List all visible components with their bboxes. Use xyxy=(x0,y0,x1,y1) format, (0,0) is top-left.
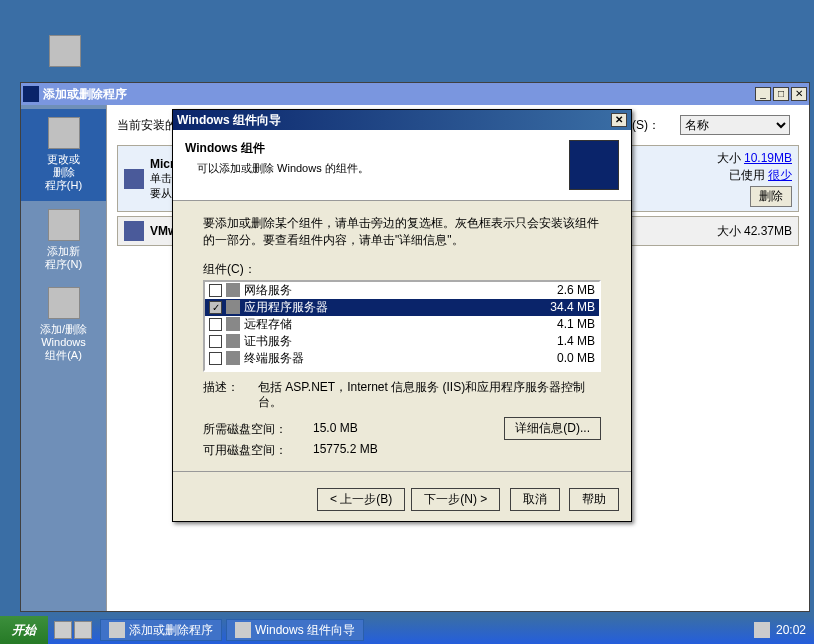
desktop-icon-help[interactable] xyxy=(40,35,90,71)
next-button[interactable]: 下一步(N) > xyxy=(411,488,500,511)
add-icon xyxy=(48,209,80,241)
main-panel: 当前安装的程序： 显示更新(D) 排序方式(S)： 名称 Micros 单击此处… xyxy=(106,105,809,611)
sidebar-item-windows-components[interactable]: 添加/删除 Windows 组件(A) xyxy=(21,279,106,371)
task-addremove[interactable]: 添加或删除程序 xyxy=(100,619,222,641)
desktop: 添加或删除程序 _ □ ✕ 更改或 删除 程序(H) 添加新 程序(N) xyxy=(0,0,814,616)
watermark: 51CTO.com 技术博客 Blog xyxy=(673,543,804,586)
sidebar: 更改或 删除 程序(H) 添加新 程序(N) 添加/删除 Windows 组件(… xyxy=(21,105,106,611)
tray-icon[interactable] xyxy=(754,622,770,638)
component-row-network[interactable]: 网络服务 2.6 MB xyxy=(205,282,599,299)
sort-select[interactable]: 名称 xyxy=(680,115,790,135)
component-row-terminal[interactable]: 终端服务器 0.0 MB xyxy=(205,350,599,367)
help-button[interactable]: 帮助 xyxy=(569,488,619,511)
close-button[interactable]: ✕ xyxy=(791,87,807,101)
size-link[interactable]: 10.19MB xyxy=(744,151,792,165)
details-button[interactable]: 详细信息(D)... xyxy=(504,417,601,440)
desc2-text: 包括 ASP.NET，Internet 信息服务 (IIS)和应用程序服务器控制… xyxy=(258,380,601,411)
req-space-value: 15.0 MB xyxy=(313,421,443,438)
server-icon xyxy=(226,300,240,314)
req-space-label: 所需磁盘空间： xyxy=(203,421,313,438)
clock: 20:02 xyxy=(776,623,806,637)
component-row-appserver[interactable]: ✓ 应用程序服务器 34.4 MB xyxy=(205,299,599,316)
terminal-icon xyxy=(226,351,240,365)
maximize-button[interactable]: □ xyxy=(773,87,789,101)
quicklaunch-ie-icon[interactable] xyxy=(54,621,72,639)
wizard-header-icon xyxy=(569,140,619,190)
back-button[interactable]: < 上一步(B) xyxy=(317,488,405,511)
wizard-heading: Windows 组件 xyxy=(185,140,569,157)
window-title: 添加或删除程序 xyxy=(43,86,755,103)
storage-icon xyxy=(226,317,240,331)
help-icon xyxy=(49,35,81,67)
folder-icon xyxy=(226,283,240,297)
component-row-cert[interactable]: 证书服务 1.4 MB xyxy=(205,333,599,350)
components-label: 组件(C)： xyxy=(203,261,601,278)
start-button[interactable]: 开始 xyxy=(0,616,48,644)
checkbox-icon[interactable] xyxy=(209,335,222,348)
checkbox-icon[interactable]: ✓ xyxy=(209,301,222,314)
checkbox-icon[interactable] xyxy=(209,352,222,365)
sidebar-item-add-new[interactable]: 添加新 程序(N) xyxy=(21,201,106,279)
component-list[interactable]: 网络服务 2.6 MB ✓ 应用程序服务器 34.4 MB xyxy=(203,280,601,372)
system-tray: 20:02 xyxy=(746,622,814,638)
program-icon xyxy=(124,169,144,189)
titlebar: 添加或删除程序 _ □ ✕ xyxy=(21,83,809,105)
wizard-close-button[interactable]: ✕ xyxy=(611,113,627,127)
checkbox-icon[interactable] xyxy=(209,284,222,297)
component-row-remote-storage[interactable]: 远程存储 4.1 MB xyxy=(205,316,599,333)
avail-space-label: 可用磁盘空间： xyxy=(203,442,313,459)
wizard-subheading: 可以添加或删除 Windows 的组件。 xyxy=(197,161,569,176)
avail-space-value: 15775.2 MB xyxy=(313,442,443,459)
add-remove-window: 添加或删除程序 _ □ ✕ 更改或 删除 程序(H) 添加新 程序(N) xyxy=(20,82,810,612)
used-link[interactable]: 很少 xyxy=(768,168,792,182)
box-icon xyxy=(48,117,80,149)
wizard-titlebar: Windows 组件向导 ✕ xyxy=(173,110,631,130)
remove-button[interactable]: 删除 xyxy=(750,186,792,207)
sidebar-item-change-remove[interactable]: 更改或 删除 程序(H) xyxy=(21,109,106,201)
wizard-dialog: Windows 组件向导 ✕ Windows 组件 可以添加或删除 Window… xyxy=(172,109,632,522)
windows-icon xyxy=(48,287,80,319)
task-icon xyxy=(235,622,251,638)
cert-icon xyxy=(226,334,240,348)
app-icon xyxy=(23,86,39,102)
desc2-label: 描述： xyxy=(203,380,258,411)
task-icon xyxy=(109,622,125,638)
taskbar: 开始 添加或删除程序 Windows 组件向导 20:02 xyxy=(0,616,814,644)
cancel-button[interactable]: 取消 xyxy=(510,488,560,511)
wizard-description: 要添加或删除某个组件，请单击旁边的复选框。灰色框表示只会安装该组件的一部分。要查… xyxy=(203,215,601,249)
task-wizard[interactable]: Windows 组件向导 xyxy=(226,619,364,641)
checkbox-icon[interactable] xyxy=(209,318,222,331)
program-icon xyxy=(124,221,144,241)
quicklaunch-desktop-icon[interactable] xyxy=(74,621,92,639)
minimize-button[interactable]: _ xyxy=(755,87,771,101)
